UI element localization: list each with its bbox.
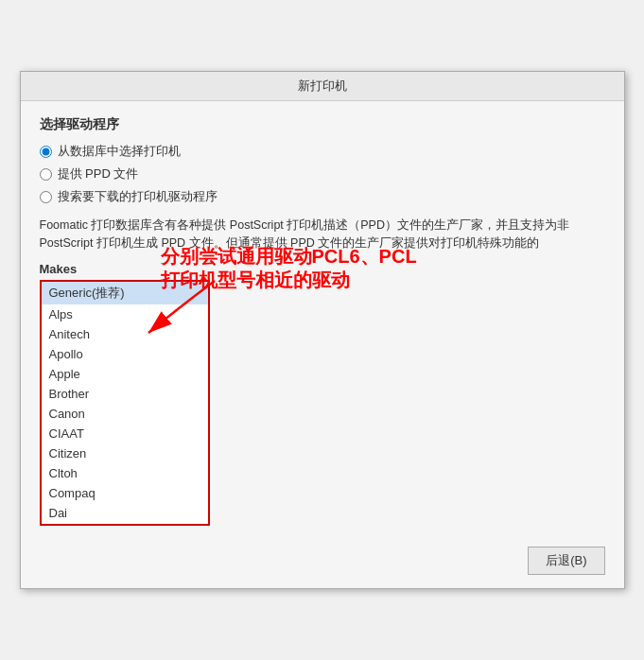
- radio-item-ppd: 提供 PPD 文件: [40, 165, 605, 182]
- list-item[interactable]: Datamax-ONeil: [42, 523, 208, 526]
- dialog-footer: 后退(B): [21, 539, 624, 588]
- back-button[interactable]: 后退(B): [528, 547, 604, 575]
- list-item[interactable]: Compaq: [42, 483, 208, 503]
- driver-source-radio-group: 从数据库中选择打印机 提供 PPD 文件 搜索要下载的打印机驱动程序: [40, 143, 605, 205]
- radio-ppd-label[interactable]: 提供 PPD 文件: [58, 165, 139, 182]
- list-item[interactable]: Canon: [42, 404, 208, 424]
- makes-list[interactable]: Generic(推荐)AlpsAnitechApolloAppleBrother…: [40, 280, 210, 526]
- list-item[interactable]: Cltoh: [42, 463, 208, 483]
- dialog-body: 选择驱动程序 从数据库中选择打印机 提供 PPD 文件 搜索要下载的打印机驱动程…: [21, 101, 624, 539]
- radio-download-label[interactable]: 搜索要下载的打印机驱动程序: [58, 188, 218, 205]
- section-title: 选择驱动程序: [40, 116, 605, 133]
- radio-database[interactable]: [40, 146, 52, 158]
- radio-item-download: 搜索要下载的打印机驱动程序: [40, 188, 605, 205]
- list-item[interactable]: Brother: [42, 384, 208, 404]
- list-item[interactable]: Citizen: [42, 443, 208, 463]
- list-item[interactable]: Anitech: [42, 324, 208, 344]
- dialog-title: 新打印机: [21, 72, 624, 101]
- list-item[interactable]: Generic(推荐): [42, 282, 208, 304]
- new-printer-dialog: 新打印机 选择驱动程序 从数据库中选择打印机 提供 PPD 文件 搜索要下载的打…: [20, 71, 625, 589]
- radio-download[interactable]: [40, 191, 52, 203]
- radio-ppd[interactable]: [40, 168, 52, 181]
- list-item[interactable]: Alps: [42, 304, 208, 324]
- description-text: Foomatic 打印数据库含有各种提供 PostScript 打印机描述（PP…: [40, 217, 605, 252]
- list-item[interactable]: Apple: [42, 364, 208, 384]
- content-area: 分别尝试通用驱动PCL6、PCL 打印机型号相近的驱动 Makes Generi…: [40, 262, 605, 526]
- radio-item-database: 从数据库中选择打印机: [40, 143, 605, 160]
- list-item[interactable]: Dai: [42, 503, 208, 523]
- list-item[interactable]: Apollo: [42, 344, 208, 364]
- list-item[interactable]: CIAAT: [42, 424, 208, 443]
- radio-database-label[interactable]: 从数据库中选择打印机: [58, 143, 181, 160]
- makes-label: Makes: [40, 262, 605, 276]
